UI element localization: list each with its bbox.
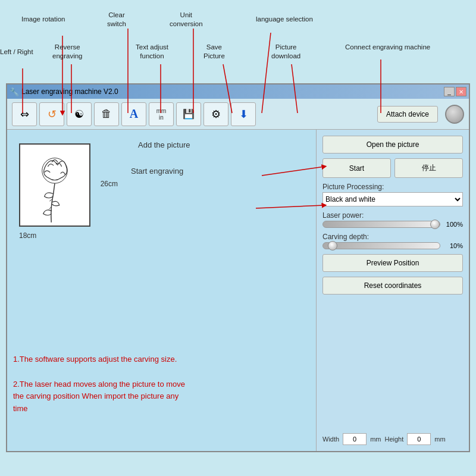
laser-power-thumb[interactable]	[430, 220, 440, 229]
carving-depth-thumb[interactable]	[328, 241, 337, 250]
left-right-button[interactable]: ⇔	[12, 102, 37, 126]
canvas-area	[19, 143, 90, 227]
text-adjust-button[interactable]: A	[121, 102, 146, 126]
clear-switch-label: Clearswitch	[107, 11, 126, 29]
picture-processing-label: Picture Processing:	[322, 183, 463, 191]
minimize-button[interactable]: _	[444, 87, 455, 96]
laser-power-section: Laser power: 100%	[322, 211, 463, 228]
laser-power-row: 100%	[322, 221, 463, 228]
reverse-engraving-label: Reverseengraving	[52, 43, 83, 61]
info-line2: 2.The laser head moves along the picture…	[13, 378, 310, 415]
laser-power-track[interactable]	[322, 221, 440, 228]
attach-device-button[interactable]: Attach device	[377, 106, 438, 123]
carving-depth-row: 10%	[322, 242, 463, 249]
picture-download-button[interactable]: ⬇	[231, 102, 256, 126]
text-adjust-label: Text adjustfunction	[136, 43, 168, 61]
clear-switch-button[interactable]: 🗑	[94, 102, 119, 126]
unit-conversion-button[interactable]: mmin	[149, 102, 174, 126]
width-dimension: 18cm	[19, 231, 36, 240]
start-engraving-label: Start engraving	[131, 167, 183, 176]
left-panel: 26cm 18cm Add the picture Start engravin…	[7, 130, 317, 451]
connection-status-light	[445, 105, 464, 124]
mm-label1: mm	[370, 436, 381, 443]
dimensions-row: Width mm Height mm	[322, 433, 463, 445]
open-picture-button[interactable]: Open the picture	[322, 136, 463, 154]
main-window: 🔧 Laser engraving machine V2.0 _ ✕ ⇔ ↺ ☯…	[6, 83, 470, 452]
language-selection-label: language selection	[256, 15, 313, 24]
picture-processing-section: Picture Processing: Black and white Gray…	[322, 183, 463, 206]
height-label: Height	[384, 436, 403, 443]
reset-coordinates-button[interactable]: Reset coordinates	[322, 277, 463, 295]
laser-power-label: Laser power:	[322, 211, 463, 220]
connect-engraving-label: Connect engraving machine	[345, 43, 430, 52]
carving-depth-value: 10%	[444, 242, 463, 249]
info-text: 1.The software supports adjust the carvi…	[13, 353, 310, 415]
height-input[interactable]	[407, 433, 431, 445]
picture-download-label: Picturedownload	[271, 43, 300, 61]
save-picture-button[interactable]: 💾	[176, 102, 201, 126]
carving-depth-section: Carving depth: 10%	[322, 233, 463, 249]
image-rotation-button[interactable]: ↺	[39, 102, 64, 126]
start-stop-row: Start 停止	[322, 158, 463, 178]
picture-processing-select[interactable]: Black and white Grayscale Color	[322, 192, 463, 206]
mm-label2: mm	[434, 436, 445, 443]
unit-conversion-label: Unitconversion	[170, 11, 203, 29]
right-panel: Open the picture Start 停止 Picture Proces…	[317, 130, 469, 451]
toolbar: ⇔ ↺ ☯ 🗑 A mmin 💾 ⚙ ⬇ Open the picture At…	[7, 99, 469, 130]
carving-depth-track[interactable]	[322, 242, 440, 249]
left-right-label: Left / Right	[0, 48, 33, 57]
carving-depth-label: Carving depth:	[322, 233, 463, 241]
info-line1: 1.The software supports adjust the carvi…	[13, 353, 310, 366]
preview-position-button[interactable]: Preview Position	[322, 254, 463, 272]
reverse-engraving-button[interactable]: ☯	[67, 102, 92, 126]
laser-power-value: 100%	[444, 221, 463, 228]
rose-image	[20, 145, 89, 226]
close-button[interactable]: ✕	[456, 87, 466, 96]
title-bar: 🔧 Laser engraving machine V2.0 _ ✕	[7, 84, 469, 99]
save-picture-label: SavePicture	[203, 43, 225, 61]
image-rotation-label: Image rotation	[21, 15, 65, 24]
width-label: Width	[322, 436, 339, 443]
window-title: Laser engraving machine V2.0	[21, 87, 118, 96]
add-picture-label: Add the picture	[138, 140, 190, 149]
height-dimension: 26cm	[101, 180, 118, 188]
settings-button[interactable]: ⚙	[203, 102, 228, 126]
start-button[interactable]: Start	[322, 158, 391, 178]
stop-button[interactable]: 停止	[394, 158, 463, 178]
width-input[interactable]	[343, 433, 367, 445]
